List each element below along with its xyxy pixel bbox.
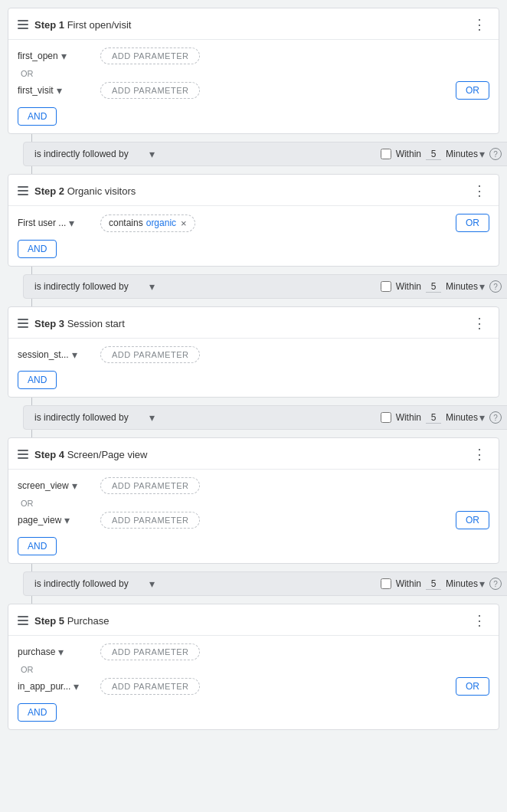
event-row: in_app_pur...▾ADD PARAMETEROR	[18, 677, 489, 696]
step-body-1: first_open▾ADD PARAMETERORfirst_visit▾AD…	[8, 40, 499, 133]
event-selector[interactable]: First user ...▾	[18, 217, 94, 229]
filter-remove-icon[interactable]: ×	[181, 218, 187, 229]
within-unit-arrow-icon: ▾	[479, 578, 485, 590]
add-parameter-button[interactable]: ADD PARAMETER	[100, 82, 200, 99]
event-name: in_app_pur...	[18, 681, 70, 692]
and-button[interactable]: AND	[18, 703, 57, 722]
event-name: screen_view	[18, 480, 69, 491]
add-parameter-button[interactable]: ADD PARAMETER	[100, 477, 200, 494]
within-unit-dropdown[interactable]: Minutes ▾	[446, 148, 485, 160]
or-label: OR	[21, 665, 489, 674]
event-row: session_st...▾ADD PARAMETER	[18, 346, 489, 363]
and-button[interactable]: AND	[18, 537, 57, 555]
connector-top-line	[31, 398, 32, 405]
add-parameter-button[interactable]: ADD PARAMETER	[100, 346, 200, 363]
within-label: Within	[396, 578, 421, 589]
step-header-left: Step 4 Screen/Page view	[18, 449, 147, 460]
connector-type-dropdown[interactable]: ▾	[149, 578, 155, 590]
event-selector[interactable]: in_app_pur...▾	[18, 680, 94, 692]
connector-dropdown-arrow-icon: ▾	[149, 578, 155, 590]
step-title-4: Step 4 Screen/Page view	[34, 449, 147, 460]
step-body-5: purchase▾ADD PARAMETERORin_app_pur...▾AD…	[8, 636, 499, 729]
event-selector[interactable]: first_open▾	[18, 50, 94, 62]
within-label: Within	[396, 281, 421, 292]
step-more-button-3[interactable]: ⋮	[469, 315, 489, 332]
event-dropdown-arrow-icon: ▾	[57, 84, 62, 97]
within-value[interactable]: 5	[426, 578, 441, 590]
and-button[interactable]: AND	[18, 240, 57, 258]
within-checkbox[interactable]	[381, 412, 391, 423]
event-dropdown-arrow-icon: ▾	[61, 50, 67, 62]
event-name: page_view	[18, 515, 61, 526]
connector-dropdown-arrow-icon: ▾	[149, 411, 155, 424]
step-more-button-1[interactable]: ⋮	[469, 16, 489, 33]
or-button[interactable]: OR	[456, 511, 489, 529]
step-header-left: Step 5 Purchase	[18, 615, 110, 627]
event-name: session_st...	[18, 349, 69, 360]
step-title-5: Step 5 Purchase	[34, 615, 110, 627]
help-icon[interactable]: ?	[489, 280, 502, 293]
connector-top-line	[31, 564, 32, 571]
step-header-5: Step 5 Purchase⋮	[8, 604, 499, 636]
step-header-4: Step 4 Screen/Page view⋮	[8, 438, 499, 470]
and-button[interactable]: AND	[18, 107, 57, 126]
step-card-3: Step 3 Session start⋮session_st...▾ADD P…	[8, 306, 499, 398]
event-selector[interactable]: purchase▾	[18, 646, 94, 658]
connector-type-dropdown[interactable]: ▾	[149, 280, 155, 293]
or-button[interactable]: OR	[456, 677, 489, 696]
drag-handle-icon[interactable]	[18, 319, 28, 328]
add-parameter-button[interactable]: ADD PARAMETER	[100, 47, 200, 64]
step-more-button-2[interactable]: ⋮	[469, 182, 489, 199]
drag-handle-icon[interactable]	[18, 186, 28, 195]
event-row: purchase▾ADD PARAMETER	[18, 643, 489, 660]
within-checkbox[interactable]	[381, 149, 391, 159]
help-icon[interactable]: ?	[489, 411, 502, 424]
connector-label: is indirectly followed by	[34, 149, 142, 159]
within-checkbox[interactable]	[381, 281, 391, 292]
drag-handle-icon[interactable]	[18, 450, 28, 459]
within-value[interactable]: 5	[426, 281, 441, 293]
connector-top-line	[31, 267, 32, 274]
event-selector[interactable]: screen_view▾	[18, 480, 94, 492]
event-row: first_open▾ADD PARAMETER	[18, 47, 489, 64]
step-card-5: Step 5 Purchase⋮purchase▾ADD PARAMETEROR…	[8, 604, 499, 730]
and-button[interactable]: AND	[18, 371, 57, 389]
within-value[interactable]: 5	[426, 149, 441, 160]
within-unit-arrow-icon: ▾	[479, 148, 485, 160]
connector-type-dropdown[interactable]: ▾	[149, 148, 155, 160]
within-value[interactable]: 5	[426, 412, 441, 424]
help-icon[interactable]: ?	[489, 148, 502, 160]
step-title-1: Step 1 First open/visit	[34, 19, 131, 31]
filter-tag[interactable]: contains organic×	[100, 214, 195, 232]
within-unit-dropdown[interactable]: Minutes ▾	[446, 578, 485, 590]
within-unit-dropdown[interactable]: Minutes ▾	[446, 280, 485, 293]
event-selector[interactable]: first_visit▾	[18, 84, 94, 97]
filter-type-label: contains	[109, 218, 143, 228]
connector-label: is indirectly followed by	[34, 578, 142, 589]
add-parameter-button[interactable]: ADD PARAMETER	[100, 512, 200, 529]
event-dropdown-arrow-icon: ▾	[72, 480, 77, 492]
within-unit-arrow-icon: ▾	[479, 280, 485, 293]
help-icon[interactable]: ?	[489, 578, 502, 590]
event-dropdown-arrow-icon: ▾	[64, 514, 70, 526]
or-button[interactable]: OR	[456, 214, 489, 232]
connector-type-dropdown[interactable]: ▾	[149, 411, 155, 424]
step-more-button-5[interactable]: ⋮	[469, 612, 489, 629]
step-header-left: Step 2 Organic visitors	[18, 185, 136, 197]
add-parameter-button[interactable]: ADD PARAMETER	[100, 678, 200, 695]
connector-1: is indirectly followed by▾Within5Minutes…	[8, 267, 499, 306]
event-dropdown-arrow-icon: ▾	[74, 680, 79, 692]
drag-handle-icon[interactable]	[18, 20, 28, 29]
drag-handle-icon[interactable]	[18, 616, 28, 625]
within-unit-dropdown[interactable]: Minutes ▾	[446, 411, 485, 424]
event-selector[interactable]: session_st...▾	[18, 349, 94, 361]
step-more-button-4[interactable]: ⋮	[469, 446, 489, 463]
connector-bar: is indirectly followed by▾Within5Minutes…	[23, 142, 507, 166]
connector-dropdown-arrow-icon: ▾	[149, 280, 155, 293]
event-selector[interactable]: page_view▾	[18, 514, 94, 526]
or-button[interactable]: OR	[456, 81, 489, 100]
within-checkbox[interactable]	[381, 578, 391, 589]
event-row: page_view▾ADD PARAMETEROR	[18, 511, 489, 529]
add-parameter-button[interactable]: ADD PARAMETER	[100, 643, 200, 660]
step-header-left: Step 1 First open/visit	[18, 19, 131, 31]
